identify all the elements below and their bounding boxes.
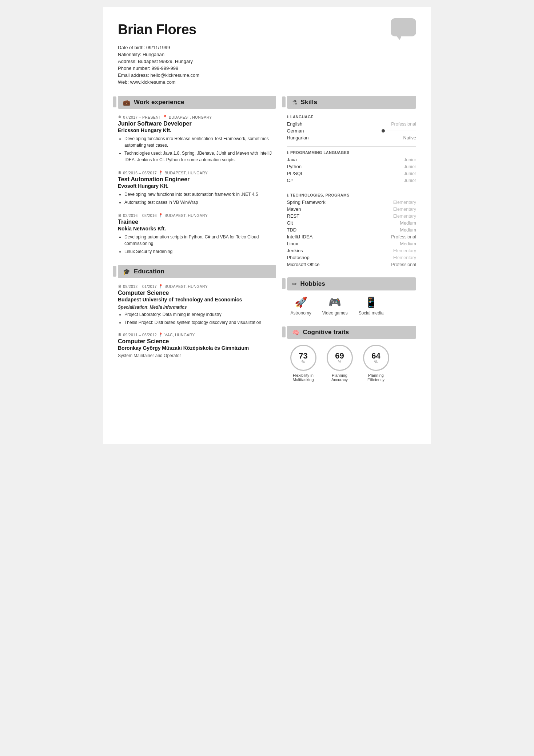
- technologies-title: TECHNOLOGIES, PROGRAMS: [290, 193, 350, 197]
- programming-subsection-title: ℹ PROGRAMMING LANGUAGES: [287, 150, 417, 155]
- skill-spring-level: Elementary: [393, 200, 416, 205]
- hobbies-section: ✏ Hobbies 🚀 Astronomy 🎮 Video games 📱 So…: [287, 277, 417, 316]
- work-entry-3-title: Trainee: [118, 219, 276, 225]
- dob-row: Date of birth: 09/11/1999: [118, 45, 416, 50]
- cognitive-title: Cognitive traits: [303, 329, 349, 336]
- skill-spring-name: Spring Framework: [287, 199, 326, 205]
- skill-msoffice: Microsoft Office Professional: [287, 262, 417, 267]
- location-icon-edu1: 📍: [158, 284, 163, 289]
- hobby-astronomy: 🚀 Astronomy: [291, 296, 311, 316]
- briefcase-icon: 💼: [123, 99, 130, 106]
- work-entry-1-location: BUDAPEST, HUNGARY: [169, 115, 212, 119]
- work-entry-2-date: 09/2016 – 06/2017: [123, 171, 157, 175]
- skill-intellij-name: IntelliJ IDEA: [287, 234, 313, 240]
- cognitive-label-2: Planning Accuracy: [325, 373, 354, 382]
- location-icon-2: 📍: [158, 170, 163, 175]
- skill-tdd-name: TDD: [287, 227, 297, 233]
- skill-tdd: TDD Medium: [287, 227, 417, 233]
- work-entry-1-date: 07/2017 – PRESENT: [123, 115, 161, 119]
- bullet-item: Linux Security hardening: [124, 248, 276, 255]
- skill-photoshop-level: Elementary: [393, 255, 416, 260]
- calendar-icon-2: 🗓: [118, 171, 121, 175]
- phone-value: 999-999-999: [152, 66, 179, 71]
- skill-csharp-level: Junior: [404, 178, 416, 183]
- cognitive-label-3: Planning Efficiency: [362, 373, 391, 382]
- info-icon-prog: ℹ: [287, 151, 289, 155]
- cognitive-circle-3: 64 %: [363, 345, 389, 371]
- language-title: LANGUAGE: [290, 115, 314, 119]
- specialisation-value: Media informatics: [150, 305, 187, 310]
- hobbies-title: Hobbies: [300, 280, 325, 288]
- astronomy-icon: 🚀: [295, 296, 307, 308]
- work-entry-1-bullets: Developing functions into Release Verifi…: [118, 135, 276, 163]
- bullet-item: Developing automation scripts in Python,…: [124, 234, 276, 247]
- skills-section: ⚗ Skills ℹ LANGUAGE English Professional…: [287, 96, 417, 267]
- skill-python: Python Junior: [287, 164, 417, 169]
- skill-intellij: IntelliJ IDEA Professional: [287, 234, 417, 240]
- skill-german: German: [287, 128, 417, 134]
- skill-jenkins: Jenkins Elementary: [287, 248, 417, 253]
- work-entry-1-meta: 🗓 07/2017 – PRESENT 📍 BUDAPEST, HUNGARY: [118, 115, 276, 119]
- work-entry-2-bullets: Developing new functions into test autom…: [118, 191, 276, 206]
- edu-entry-2-location: VÁC, HUNGARY: [164, 333, 195, 337]
- left-column: 💼 Work experience 🗓 07/2017 – PRESENT 📍 …: [118, 96, 276, 392]
- edu-entry-2-meta: 🗓 09/2011 – 06/2012 📍 VÁC, HUNGARY: [118, 332, 276, 337]
- language-subsection: ℹ LANGUAGE English Professional German: [287, 115, 417, 140]
- skill-german-name: German: [287, 128, 304, 134]
- cognitive-section: 🧠 Cognitive traits 73 % Flexibility in M…: [287, 326, 417, 382]
- brain-icon: 🧠: [292, 329, 299, 336]
- edu-entry-1-title: Computer Science: [118, 290, 276, 296]
- email-row: Email address: hello@kickresume.com: [118, 72, 416, 78]
- skill-python-name: Python: [287, 164, 302, 169]
- technologies-subsection: ℹ TECHNOLOGIES, PROGRAMS Spring Framewor…: [287, 193, 417, 267]
- skill-intellij-level: Professional: [391, 234, 416, 240]
- bullet-item: Automating test cases in VB WinWrap: [124, 199, 276, 206]
- bullet-item: Developing new functions into test autom…: [124, 191, 276, 198]
- cognitive-label-1: Flexibility in Multitasking: [289, 373, 318, 382]
- info-icon-lang: ℹ: [287, 115, 289, 119]
- edu-entry-2-title: Computer Science: [118, 338, 276, 345]
- skill-python-level: Junior: [404, 164, 416, 169]
- technologies-subsection-title: ℹ TECHNOLOGIES, PROGRAMS: [287, 193, 417, 197]
- main-content: 💼 Work experience 🗓 07/2017 – PRESENT 📍 …: [118, 96, 416, 392]
- education-header: 🎓 Education: [118, 265, 276, 278]
- calendar-icon-edu2: 🗓: [118, 333, 121, 337]
- email-label: Email address:: [118, 72, 149, 78]
- skill-maven: Maven Elementary: [287, 206, 417, 212]
- work-entry-2-title: Test Automation Engineer: [118, 176, 276, 183]
- hobby-videogames-label: Video games: [322, 310, 348, 316]
- work-entry-2: 🗓 09/2016 – 06/2017 📍 BUDAPEST, HUNGARY …: [118, 170, 276, 206]
- cognitive-value-3: 64: [371, 352, 380, 360]
- skill-java-name: Java: [287, 157, 297, 162]
- cognitive-flexibility: 73 % Flexibility in Multitasking: [289, 345, 318, 382]
- skill-git-level: Medium: [400, 221, 416, 226]
- work-entry-3: 🗓 02/2016 – 08/2016 📍 BUDAPEST, HUNGARY …: [118, 213, 276, 255]
- work-entry-3-date: 02/2016 – 08/2016: [123, 213, 157, 218]
- cognitive-circle-1: 73 %: [290, 345, 316, 371]
- work-entry-3-meta: 🗓 02/2016 – 08/2016 📍 BUDAPEST, HUNGARY: [118, 213, 276, 218]
- hobby-socialmedia-label: Social media: [359, 310, 384, 316]
- videogames-icon: 🎮: [328, 296, 341, 308]
- skill-git: Git Medium: [287, 220, 417, 226]
- skill-english-level: Professional: [391, 122, 416, 127]
- edu-specialisation-1: Specialisation: Media informatics: [118, 305, 276, 310]
- specialisation-label: Specialisation: [118, 305, 147, 310]
- divider-2: [287, 189, 417, 189]
- skill-java: Java Junior: [287, 157, 417, 162]
- work-entry-1-org: Ericsson Hungary Kft.: [118, 127, 276, 133]
- edu-entry-2-note: System Maintainer and Operator: [118, 353, 276, 358]
- skill-hungarian-level: Native: [403, 135, 416, 140]
- skill-jenkins-name: Jenkins: [287, 248, 303, 253]
- calendar-icon-edu1: 🗓: [118, 284, 121, 288]
- calendar-icon-3: 🗓: [118, 213, 121, 217]
- web-row: Web: www.kickresume.com: [118, 79, 416, 85]
- work-entry-3-org: Nokia Networks Kft.: [118, 226, 276, 231]
- cognitive-circle-2: 69 %: [327, 345, 353, 371]
- socialmedia-icon: 📱: [365, 296, 378, 308]
- info-icon-tech: ℹ: [287, 193, 289, 197]
- dob-label: Date of birth:: [118, 45, 145, 50]
- skill-maven-name: Maven: [287, 206, 301, 212]
- bullet-item: Thesis Project: Distributed system topol…: [124, 319, 276, 326]
- skill-dot: [382, 129, 385, 132]
- skill-csharp-name: C#: [287, 178, 293, 183]
